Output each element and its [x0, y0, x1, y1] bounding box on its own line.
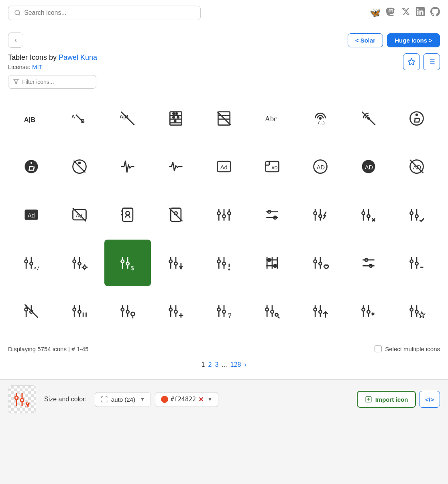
size-dropdown[interactable]: auto (24) ▼ [95, 392, 151, 407]
icon-adjustments-exclamation[interactable] [201, 240, 247, 286]
svg-point-217 [410, 308, 413, 311]
icon-ad2[interactable]: AD [249, 143, 295, 190]
icon-adjustments-check[interactable] [393, 191, 440, 238]
nav-buttons: < Solar Huge Icons > [348, 33, 440, 47]
icon-adjustments-search[interactable] [249, 288, 295, 334]
icon-ad[interactable]: Ad [201, 143, 247, 190]
page-1[interactable]: 1 [202, 361, 205, 368]
icon-accessible[interactable] [393, 95, 440, 142]
dropdowns: auto (24) ▼ #f24822 ✕ ▼ [95, 392, 349, 407]
license-link[interactable]: MIT [32, 63, 43, 70]
icon-adjustments-heart[interactable] [297, 240, 344, 286]
icon-adjustments-minus[interactable] [393, 240, 440, 286]
icon-ad-filled[interactable]: Ad [8, 191, 55, 238]
svg-text:(.·.): (.·.) [318, 120, 325, 125]
svg-point-66 [218, 212, 220, 215]
svg-point-96 [415, 215, 418, 218]
back-button[interactable]: ‹ [8, 33, 23, 48]
pagination: 1 2 3 ... 128 › [8, 356, 440, 373]
icon-abc[interactable]: Abc [249, 95, 295, 142]
svg-point-72 [228, 212, 230, 215]
icon-adjustments-cog[interactable] [56, 240, 103, 286]
icon-adjustments-spark[interactable] [345, 288, 392, 334]
filter-button[interactable] [423, 53, 440, 70]
icon-adjustments-dollar[interactable]: $ [104, 240, 151, 286]
icon-address-book-off[interactable] [153, 191, 199, 238]
icon-accessible-filled[interactable] [8, 143, 55, 190]
svg-point-168 [78, 310, 81, 313]
icon-adjustments-down[interactable] [153, 240, 199, 286]
svg-point-204 [314, 308, 317, 311]
butterfly-icon[interactable]: 🦋 [370, 8, 381, 18]
color-dropdown[interactable]: #f24822 ✕ ▼ [155, 392, 218, 407]
svg-text:Abc: Abc [265, 115, 277, 123]
github-icon[interactable] [430, 7, 440, 19]
page-2[interactable]: 2 [208, 361, 212, 368]
page-next-icon[interactable]: › [244, 360, 246, 369]
bottom-bar: $ Size and color: auto (24) ▼ #f24822 ✕ … [0, 379, 448, 419]
search-box[interactable] [8, 6, 201, 20]
svg-point-82 [319, 215, 322, 218]
svg-point-99 [25, 260, 28, 263]
icon-adjustments-plus[interactable] [153, 288, 199, 334]
huge-icons-nav-button[interactable]: Huge Icons > [387, 33, 440, 47]
star-button[interactable] [403, 53, 420, 70]
icon-adjustments-cancel[interactable] [345, 191, 392, 238]
filter-input-box[interactable] [8, 75, 96, 89]
icon-ad-circle-off[interactable]: AD [393, 143, 440, 190]
icon-ab-crossed[interactable]: A|B [104, 95, 151, 142]
svg-text:?: ? [228, 312, 231, 319]
page-128[interactable]: 128 [230, 361, 241, 368]
select-multiple-checkbox[interactable] [375, 345, 382, 352]
icon-adjustments-question[interactable]: ? [201, 288, 247, 334]
icon-adjustments-pause[interactable] [56, 288, 103, 334]
icon-address-book[interactable] [104, 191, 151, 238]
code-button[interactable]: </> [419, 391, 440, 408]
icon-adjustments-horizontal[interactable] [345, 240, 392, 286]
nav-row: ‹ < Solar Huge Icons > [8, 33, 440, 48]
page-3[interactable]: 3 [215, 361, 218, 368]
icon-ab[interactable]: A|B [8, 95, 55, 142]
size-value: auto (24) [111, 396, 135, 403]
social-icons: 🦋 [370, 7, 440, 19]
svg-text:AD: AD [271, 165, 277, 170]
icon-adjustments-pin[interactable] [104, 288, 151, 334]
icon-adjustments-bolt[interactable] [297, 191, 344, 238]
icon-accessible-off[interactable] [56, 143, 103, 190]
solar-nav-button[interactable]: < Solar [348, 33, 383, 47]
icon-activity-heartbeat[interactable] [153, 143, 199, 190]
clear-color-icon[interactable]: ✕ [198, 396, 204, 403]
icon-ab-off[interactable]: A B [56, 95, 103, 142]
filter-input[interactable] [22, 79, 91, 85]
icon-access-point-off[interactable] [345, 95, 392, 142]
icon-ad-circle[interactable]: AD [297, 143, 344, 190]
icon-ad-off[interactable]: Ad [56, 191, 103, 238]
import-button[interactable]: Import icon [357, 391, 416, 408]
icon-adjustments-alt[interactable] [249, 191, 295, 238]
icon-adjustments-share[interactable] [297, 288, 344, 334]
svg-point-142 [314, 260, 317, 263]
icon-access-point[interactable]: (.·.) [297, 95, 344, 142]
solar-label: < Solar [355, 37, 375, 44]
x-icon[interactable] [401, 7, 410, 18]
icon-adjustments-off[interactable] [8, 288, 55, 334]
icon-adjustments-filled[interactable] [249, 240, 295, 286]
search-input[interactable] [24, 9, 195, 16]
svg-text:A|B: A|B [24, 116, 36, 123]
svg-marker-8 [14, 80, 18, 84]
icon-adjustments-star[interactable] [393, 288, 440, 334]
svg-point-135 [268, 258, 271, 261]
icon-ad-circle-filled[interactable]: AD [345, 143, 392, 190]
svg-point-19 [176, 113, 177, 114]
svg-point-116 [126, 262, 129, 265]
linkedin-icon[interactable] [416, 7, 425, 18]
mastodon-icon[interactable] [386, 7, 396, 19]
color-dot [161, 396, 168, 403]
icon-abacus[interactable] [153, 95, 199, 142]
icon-adjustments[interactable] [201, 191, 247, 238]
icon-activity[interactable] [104, 143, 151, 190]
svg-point-181 [169, 308, 172, 311]
author-link[interactable]: Paweł Kuna [59, 53, 97, 61]
icon-adjustments-code[interactable]: </> [8, 240, 55, 286]
icon-abacus-off[interactable] [201, 95, 247, 142]
